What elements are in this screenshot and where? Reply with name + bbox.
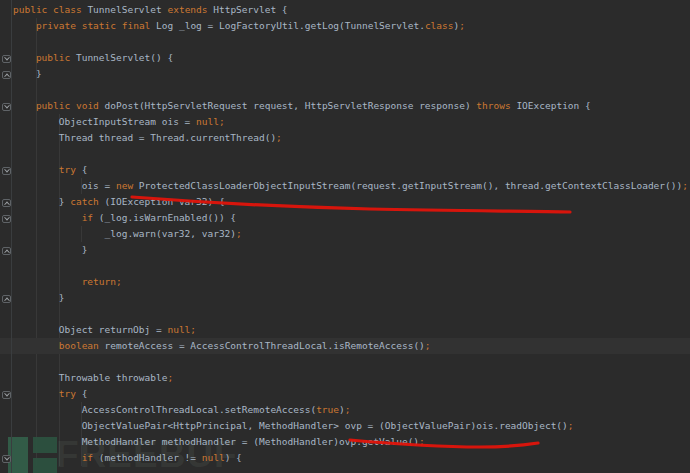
code-line[interactable]: if (methodHandler != null) { [0, 450, 690, 466]
fold-marker-icon[interactable] [2, 71, 11, 79]
code-line[interactable] [0, 306, 690, 322]
code-token-keyword: ; [276, 132, 282, 143]
code-token: ObjectInputStream ois = [13, 116, 196, 127]
code-token: (methodHandler != [93, 452, 202, 463]
code-token-keyword: public [36, 52, 70, 63]
code-token-keyword: return [82, 276, 116, 287]
code-token: } [13, 244, 87, 255]
code-token-keyword: class [53, 4, 82, 15]
code-token: doPost(HttpServletRequest request, HttpS… [99, 100, 477, 111]
code-token: ois = [13, 180, 116, 191]
code-token-keyword: extends [167, 4, 207, 15]
code-line[interactable]: boolean remoteAccess = AccessControlThre… [0, 338, 690, 354]
code-line[interactable]: public class TunnelServlet extends HttpS… [0, 2, 690, 18]
code-token-keyword: public [13, 4, 47, 15]
code-line[interactable]: MethodHandler methodHandler = (MethodHan… [0, 434, 690, 450]
code-line[interactable] [0, 34, 690, 50]
code-token: ProtectedClassLoaderObjectInputStream(re… [133, 180, 682, 191]
code-token: } [13, 292, 64, 303]
code-token: MethodHandler methodHandler = (MethodHan… [13, 436, 419, 447]
code-token-keyword: boolean [59, 340, 99, 351]
code-line[interactable] [0, 354, 690, 370]
code-token: } [13, 68, 42, 79]
code-line[interactable]: try { [0, 386, 690, 402]
fold-marker-icon[interactable] [2, 391, 11, 399]
code-token-keyword: class [425, 20, 454, 31]
fold-marker-icon[interactable] [2, 215, 11, 223]
fold-marker-icon[interactable] [2, 103, 11, 111]
code-token: Throwable throwable [13, 372, 167, 383]
code-line[interactable]: ObjectValuePair<HttpPrincipal, MethodHan… [0, 418, 690, 434]
code-line[interactable]: Object returnObj = null; [0, 322, 690, 338]
chevron-up-icon [4, 202, 10, 208]
chevron-up-icon [4, 250, 10, 256]
code-token-keyword: true [316, 404, 339, 415]
code-token [13, 212, 82, 223]
code-token: ObjectValuePair<HttpPrincipal, MethodHan… [13, 420, 568, 431]
code-token-keyword: ; [568, 420, 574, 431]
code-token [13, 52, 36, 63]
code-line[interactable]: ObjectInputStream ois = null; [0, 114, 690, 130]
code-line[interactable]: public TunnelServlet() { [0, 50, 690, 66]
code-token [13, 340, 59, 351]
code-token-keyword: ; [236, 228, 242, 239]
code-line[interactable]: } catch (IOException var32) { [0, 194, 690, 210]
fold-marker-icon[interactable] [2, 55, 11, 63]
fold-marker-icon[interactable] [2, 455, 11, 463]
code-line[interactable]: return; [0, 274, 690, 290]
code-token [13, 164, 59, 175]
code-token: (IOException var32) { [99, 196, 225, 207]
code-line[interactable]: if (_log.isWarnEnabled()) { [0, 210, 690, 226]
code-token: Object returnObj = [13, 324, 167, 335]
code-line[interactable]: _log.warn(var32, var32); [0, 226, 690, 242]
chevron-up-icon [4, 74, 10, 80]
code-token-keyword: null [196, 116, 219, 127]
code-line[interactable]: Thread thread = Thread.currentThread(); [0, 130, 690, 146]
code-line[interactable]: private static final Log _log = LogFacto… [0, 18, 690, 34]
code-line[interactable] [0, 258, 690, 274]
code-line[interactable] [0, 82, 690, 98]
code-line[interactable]: try { [0, 162, 690, 178]
code-token-keyword: new [116, 180, 133, 191]
fold-marker-icon[interactable] [2, 167, 11, 175]
fold-marker-icon[interactable] [2, 247, 11, 255]
code-token-keyword: private [36, 20, 76, 31]
code-line[interactable]: ois = new ProtectedClassLoaderObjectInpu… [0, 178, 690, 194]
code-token-keyword: if [82, 212, 93, 223]
code-line[interactable]: public void doPost(HttpServletRequest re… [0, 98, 690, 114]
chevron-up-icon [4, 298, 10, 304]
code-line[interactable] [0, 146, 690, 162]
code-token-keyword: ; [116, 276, 122, 287]
code-token-keyword: null [167, 324, 190, 335]
code-token [13, 452, 82, 463]
fold-marker-icon[interactable] [2, 295, 11, 303]
code-token-keyword: ; [345, 404, 351, 415]
code-line[interactable]: } [0, 66, 690, 82]
code-line[interactable]: Throwable throwable; [0, 370, 690, 386]
code-token-keyword: if [82, 452, 93, 463]
code-token: TunnelServlet [82, 4, 168, 15]
code-token: ) { [225, 452, 242, 463]
chevron-down-icon [4, 215, 10, 221]
code-token-keyword: ; [419, 436, 425, 447]
code-line[interactable]: AccessControlThreadLocal.setRemoteAccess… [0, 402, 690, 418]
code-token-keyword: static [82, 20, 116, 31]
code-token-keyword: throws [476, 100, 510, 111]
code-token-keyword: try [59, 164, 76, 175]
fold-marker-icon[interactable] [2, 199, 11, 207]
code-line[interactable]: } [0, 242, 690, 258]
code-token [13, 388, 59, 399]
code-area[interactable]: public class TunnelServlet extends HttpS… [0, 2, 690, 466]
code-token-keyword: ; [682, 180, 688, 191]
code-token: AccessControlThreadLocal.setRemoteAccess… [13, 404, 316, 415]
code-token-keyword: ; [167, 372, 173, 383]
code-token-keyword: ; [190, 324, 196, 335]
code-line[interactable]: } [0, 290, 690, 306]
code-token-keyword: ; [219, 116, 225, 127]
code-token: IOException { [511, 100, 591, 111]
code-token: TunnelServlet() { [70, 52, 173, 63]
chevron-down-icon [4, 391, 10, 397]
code-token-keyword: catch [70, 196, 99, 207]
chevron-down-icon [4, 103, 10, 109]
code-token: Thread thread = Thread.currentThread() [13, 132, 276, 143]
